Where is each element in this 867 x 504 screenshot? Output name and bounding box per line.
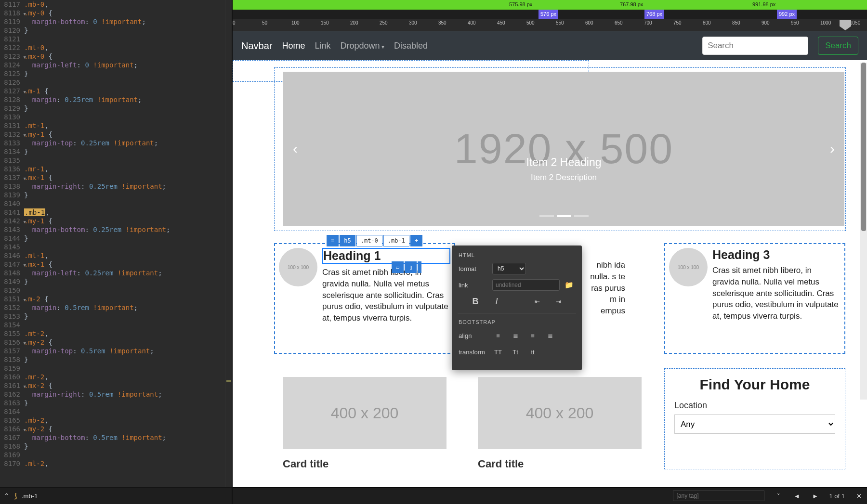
code-editor[interactable]: 8117.mb-0,8118▼.my-0 {8119 margin-bottom… — [0, 0, 232, 487]
code-line[interactable]: 8158} — [0, 355, 232, 364]
navbar-search-input[interactable] — [702, 37, 808, 55]
media-card-1[interactable]: 100 x 100 Heading 1 Cras sit amet nibh l… — [274, 243, 455, 354]
code-line[interactable]: 8154 — [0, 321, 232, 329]
lowercase-icon[interactable]: tt — [527, 346, 539, 358]
code-line[interactable]: 8168} — [0, 442, 232, 451]
code-line[interactable]: 8124 margin-left: 0 !important; — [0, 61, 232, 69]
code-line[interactable]: 8152 margin: 0.5rem !important; — [0, 303, 232, 312]
code-line[interactable]: 8125} — [0, 69, 232, 78]
location-select[interactable]: Any — [674, 414, 835, 434]
code-line[interactable]: 8166▼.my-2 { — [0, 425, 232, 433]
folder-icon[interactable]: 📁 — [565, 281, 574, 289]
code-line[interactable]: 8130 — [0, 113, 232, 121]
breakpoint-green-1[interactable]: 575.98 px — [507, 0, 534, 10]
margin-control-icon[interactable]: ▭ — [392, 261, 404, 273]
code-line[interactable]: 8135 — [0, 156, 232, 165]
uppercase-icon[interactable]: TT — [492, 346, 504, 358]
code-line[interactable]: 8143 margin-bottom: 0.25rem !important; — [0, 225, 232, 234]
canvas-scrollbar[interactable] — [860, 63, 867, 400]
breakpoint-green-3[interactable]: 991.98 px — [750, 0, 777, 10]
code-line[interactable]: 8133 margin-top: 0.25rem !important; — [0, 139, 232, 147]
heading-1[interactable]: Heading 1 — [322, 248, 450, 264]
code-line[interactable]: 8121 — [0, 35, 232, 43]
navlink-home[interactable]: Home — [282, 41, 305, 51]
image-card-2[interactable]: 400 x 200 Card title — [469, 368, 650, 470]
italic-icon[interactable]: I — [491, 296, 502, 307]
navbar-search-button[interactable]: Search — [818, 37, 858, 55]
media-card-3[interactable]: 100 x 100 Heading 3 Cras sit amet nibh l… — [664, 243, 845, 354]
element-inspector[interactable]: HTML format h5 link 📁 B I ⇤ — [452, 246, 582, 370]
code-line[interactable]: 8119 margin-bottom: 0 !important; — [0, 17, 232, 26]
align-justify-icon[interactable]: ≣ — [544, 330, 556, 341]
carousel[interactable]: 1920 x 500 Item 2 Heading Item 2 Descrip… — [283, 72, 844, 226]
code-line[interactable]: 8131.mt-1, — [0, 121, 232, 130]
margin-control-icon[interactable]: ▯ — [405, 261, 417, 273]
prev-icon[interactable]: ◄ — [792, 492, 801, 500]
link-input[interactable] — [492, 279, 560, 291]
navlink-link[interactable]: Link — [315, 41, 331, 51]
code-line[interactable]: 8117.mb-0, — [0, 0, 232, 9]
code-line[interactable]: 8153} — [0, 312, 232, 321]
breakpoint-bar[interactable]: 575.98 px 767.98 px 991.98 px 576 px 768… — [233, 0, 867, 19]
code-line[interactable]: 8161▼.mx-2 { — [0, 381, 232, 390]
breakpoint-green-2[interactable]: 767.98 px — [618, 0, 645, 10]
code-line[interactable]: 8146.ml-1, — [0, 251, 232, 260]
chevron-up-icon[interactable]: ⌃ — [4, 492, 10, 500]
code-line[interactable]: 8145 — [0, 243, 232, 251]
indent-icon[interactable]: ⇤ — [531, 296, 543, 307]
next-icon[interactable]: ► — [811, 492, 819, 500]
code-line[interactable]: 8128 margin: 0.25rem !important; — [0, 95, 232, 104]
close-icon[interactable]: ✕ — [854, 492, 863, 500]
code-line[interactable]: 8138 margin-right: 0.25rem !important; — [0, 182, 232, 191]
selection-class-mb1[interactable]: .mb-1 — [383, 235, 409, 246]
code-line[interactable]: 8122.ml-0, — [0, 43, 232, 52]
code-line[interactable]: 8126 — [0, 78, 232, 87]
outdent-icon[interactable]: ⇥ — [552, 296, 564, 307]
code-line[interactable]: 8162 margin-right: 0.5rem !important; — [0, 390, 232, 399]
code-line[interactable]: 8167 margin-bottom: 0.5rem !important; — [0, 433, 232, 442]
code-line[interactable]: 8151▼.m-2 { — [0, 295, 232, 303]
align-left-icon[interactable]: ≡ — [492, 330, 504, 341]
code-line[interactable]: 8142▼.my-1 { — [0, 217, 232, 225]
image-card-1[interactable]: 400 x 200 Card title — [274, 368, 455, 470]
code-line[interactable]: 8157 margin-top: 0.5rem !important; — [0, 347, 232, 355]
code-line[interactable]: 8156▼.my-2 { — [0, 338, 232, 347]
code-line[interactable]: 8127▼.m-1 { — [0, 87, 232, 95]
code-line[interactable]: 8139} — [0, 191, 232, 199]
align-center-icon[interactable]: ≣ — [510, 330, 521, 341]
breakpoint-purple-3[interactable]: 992 px — [777, 10, 797, 19]
navlink-dropdown[interactable]: Dropdown — [341, 41, 384, 51]
code-line[interactable]: 8141.mb-1, — [0, 208, 232, 217]
filter-icon[interactable]: ⟆ — [14, 492, 17, 500]
selection-class-mt0[interactable]: .mt-0 — [356, 235, 382, 246]
code-line[interactable]: 8164 — [0, 407, 232, 416]
code-line[interactable]: 8170.ml-2, — [0, 459, 232, 468]
chevron-down-icon[interactable]: ˅ — [774, 492, 783, 500]
code-line[interactable]: 8137▼.mx-1 { — [0, 173, 232, 182]
code-line[interactable]: 8165.mb-2, — [0, 416, 232, 425]
selection-tag[interactable]: h5 — [340, 235, 355, 246]
breakpoint-purple-2[interactable]: 768 px — [644, 10, 664, 19]
code-line[interactable]: 8136.mr-1, — [0, 165, 232, 173]
bold-icon[interactable]: B — [470, 296, 481, 307]
breakpoint-purple-1[interactable]: 576 px — [539, 10, 558, 19]
find-home-panel[interactable]: Find Your Home Location Any — [664, 368, 845, 469]
code-line[interactable]: 8144} — [0, 234, 232, 243]
code-line[interactable]: 8163} — [0, 399, 232, 407]
carousel-indicators[interactable] — [539, 215, 589, 217]
code-line[interactable]: 8118▼.my-0 { — [0, 9, 232, 17]
code-scrollbar[interactable] — [225, 0, 232, 487]
code-line[interactable]: 8129} — [0, 104, 232, 113]
margin-handle-icon[interactable] — [418, 261, 421, 273]
align-right-icon[interactable]: ≡ — [527, 330, 539, 341]
carousel-next-icon[interactable]: › — [820, 141, 844, 157]
tag-filter-input[interactable] — [673, 491, 764, 501]
selector-search-input[interactable] — [22, 492, 228, 500]
code-line[interactable]: 8149} — [0, 277, 232, 286]
capitalize-icon[interactable]: Tt — [510, 346, 521, 358]
code-line[interactable]: 8123▼.mx-0 { — [0, 52, 232, 61]
code-line[interactable]: 8160.mr-2, — [0, 373, 232, 381]
selection-drag-icon[interactable]: ≡ — [327, 235, 339, 246]
design-canvas[interactable]: Navbar Home Link Dropdown Disabled Searc… — [233, 31, 867, 487]
code-line[interactable]: 8140 — [0, 199, 232, 208]
